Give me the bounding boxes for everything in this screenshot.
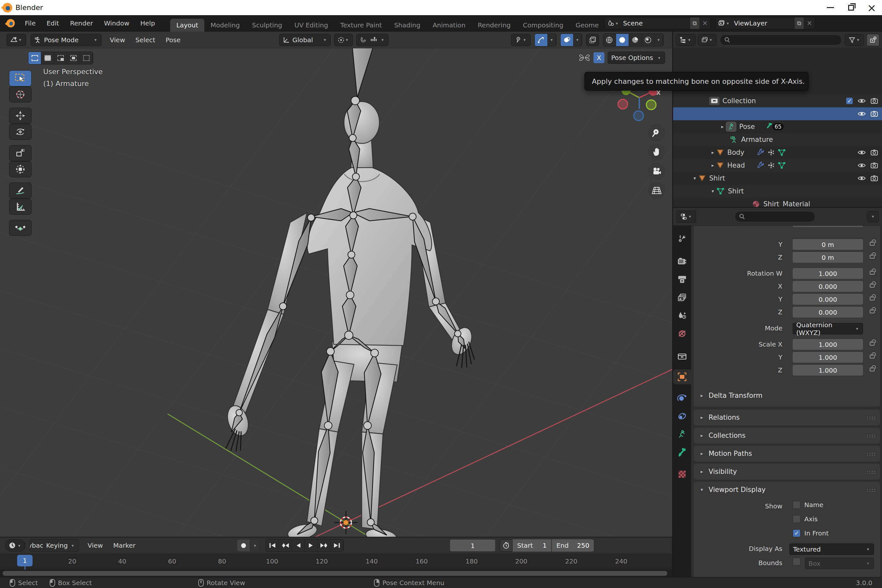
outliner-row-shirt-object[interactable]: ▾ Shirt <box>673 172 882 185</box>
tool-measure[interactable] <box>9 199 32 215</box>
outliner-row-head[interactable]: ▸ Head <box>673 159 882 172</box>
camera-icon[interactable] <box>870 162 878 169</box>
eye-icon[interactable] <box>858 98 866 104</box>
lock-icon[interactable] <box>870 368 874 371</box>
rotation-w-field[interactable]: 1.000 <box>793 268 863 279</box>
tab-object-data-armature[interactable] <box>673 427 691 442</box>
tab-physics[interactable] <box>673 391 691 405</box>
scale-z-field[interactable]: 1.000 <box>793 365 863 375</box>
tab-collection[interactable] <box>673 349 691 364</box>
workspace-tab-modeling[interactable]: Modeling <box>204 19 246 32</box>
current-frame-field[interactable]: 1 <box>450 540 495 551</box>
tool-cursor[interactable] <box>9 86 32 102</box>
lock-icon[interactable] <box>870 309 874 314</box>
overlays-dropdown[interactable]: ▾ <box>573 34 582 46</box>
properties-editor-type-button[interactable]: ▾ <box>676 210 696 223</box>
lock-icon[interactable] <box>870 242 874 246</box>
rotation-x-field[interactable]: 0.000 <box>793 281 863 292</box>
outliner-row-armature-object-selected[interactable] <box>673 107 882 120</box>
scale-x-field[interactable]: 1.000 <box>793 339 863 350</box>
zoom-button[interactable] <box>648 124 665 141</box>
collapse-icon[interactable]: ▾ <box>691 176 698 181</box>
scale-y-field[interactable]: 1.000 <box>793 352 863 363</box>
workspace-tab-shading[interactable]: Shading <box>388 19 426 32</box>
unlink-icon[interactable]: ✕ <box>699 20 711 27</box>
relations-panel[interactable]: ▸Relations :::: <box>694 410 880 426</box>
timeline-ruler[interactable]: 20 40 60 80 100 120 140 160 180 200 220 … <box>0 554 672 570</box>
menu-view[interactable]: View <box>105 36 130 44</box>
menu-edit[interactable]: Edit <box>41 15 64 31</box>
frame-end-field[interactable]: End 250 <box>552 539 594 552</box>
lock-icon[interactable] <box>870 297 874 300</box>
timeline-marker-menu[interactable]: Marker <box>108 542 141 549</box>
menu-file[interactable]: File <box>20 15 41 31</box>
select-subtract-mode[interactable] <box>54 52 67 64</box>
tab-tool[interactable] <box>673 231 691 246</box>
panel-drag-handle[interactable]: :::: <box>867 451 876 457</box>
xray-toggle[interactable] <box>586 34 599 46</box>
editor-type-button[interactable]: ▾ <box>6 34 26 46</box>
workspace-tab-compositing[interactable]: Compositing <box>517 19 569 32</box>
tab-view-layer[interactable] <box>673 290 691 305</box>
playhead[interactable]: 1 <box>17 555 33 566</box>
show-overlays-toggle[interactable] <box>561 34 573 46</box>
select-difference-mode[interactable] <box>67 52 80 64</box>
pan-button[interactable] <box>648 143 665 160</box>
motion-paths-panel[interactable]: ▸Motion Paths :::: <box>694 446 880 462</box>
show-name-checkbox[interactable] <box>793 501 801 509</box>
bounds-checkbox[interactable] <box>793 558 801 566</box>
tab-object[interactable] <box>673 369 691 384</box>
timeline-view-menu[interactable]: View <box>82 542 108 549</box>
show-axis-checkbox[interactable] <box>793 515 801 523</box>
tool-pose-breakdowner[interactable] <box>9 220 32 236</box>
tool-scale[interactable] <box>9 145 32 161</box>
expand-icon[interactable]: ▸ <box>709 150 716 155</box>
use-preview-range-toggle[interactable] <box>500 539 513 552</box>
lock-icon[interactable] <box>870 271 874 274</box>
scrollbar-thumb[interactable] <box>3 571 667 576</box>
tool-rotate[interactable] <box>9 124 32 140</box>
record-dropdown[interactable]: ▾ <box>251 540 259 551</box>
panel-drag-handle[interactable]: :::: <box>867 433 876 439</box>
jump-to-start-button[interactable] <box>266 539 279 552</box>
minimize-button[interactable] <box>820 0 841 15</box>
frame-start-field[interactable]: Start 1 <box>513 539 551 552</box>
camera-icon[interactable] <box>870 149 878 156</box>
properties-search-input[interactable] <box>735 211 815 222</box>
gizmos-dropdown[interactable]: ▾ <box>548 34 556 46</box>
camera-icon[interactable] <box>870 111 878 117</box>
panel-drag-handle[interactable]: :::: <box>867 487 876 493</box>
unlink-icon[interactable]: ✕ <box>804 20 815 27</box>
panel-drag-handle[interactable]: :::: <box>867 415 876 421</box>
timeline-scrollbar[interactable] <box>0 570 672 577</box>
play-reverse-button[interactable] <box>292 539 304 552</box>
tab-object-constraints[interactable] <box>673 409 691 424</box>
close-button[interactable]: × <box>861 0 882 15</box>
shading-dropdown[interactable]: ▾ <box>655 34 663 46</box>
workspace-tab-sculpting[interactable]: Sculpting <box>246 19 288 32</box>
viewport-3d[interactable]: User Perspective (1) Armature X <box>0 32 672 537</box>
outliner-row-armature-data[interactable]: Armature <box>673 133 882 146</box>
copy-icon[interactable]: ⧉ <box>690 17 699 29</box>
shading-rendered-button[interactable] <box>642 34 655 46</box>
tool-transform[interactable] <box>9 161 32 177</box>
maximize-button[interactable] <box>841 0 861 15</box>
collapse-icon[interactable]: ▾ <box>709 188 716 194</box>
rotation-mode-dropdown[interactable]: Quaternion (WXYZ)▾ <box>793 323 863 334</box>
shading-material-button[interactable] <box>629 34 642 46</box>
delta-transform-panel-header[interactable]: ▸Delta Transform <box>694 387 880 404</box>
select-intersect-mode[interactable] <box>80 52 93 64</box>
playback-menu[interactable]: Playback▾ <box>30 539 43 552</box>
menu-window[interactable]: Window <box>98 15 135 31</box>
tab-texture[interactable] <box>673 467 691 482</box>
outliner-row-shirt-mesh[interactable]: ▾ Shirt <box>673 185 882 198</box>
prev-keyframe-button[interactable] <box>279 539 292 552</box>
eye-icon[interactable] <box>858 149 866 156</box>
tool-annotate[interactable] <box>9 183 32 199</box>
eye-icon[interactable] <box>858 175 866 182</box>
workspace-tab-rendering[interactable]: Rendering <box>472 19 517 32</box>
copy-icon[interactable]: ⧉ <box>795 17 804 29</box>
location-z-field[interactable]: 0 m <box>793 252 863 263</box>
transform-orientation-selector[interactable]: Global ▾ <box>279 34 331 46</box>
workspace-tab-animation[interactable]: Animation <box>426 19 472 32</box>
